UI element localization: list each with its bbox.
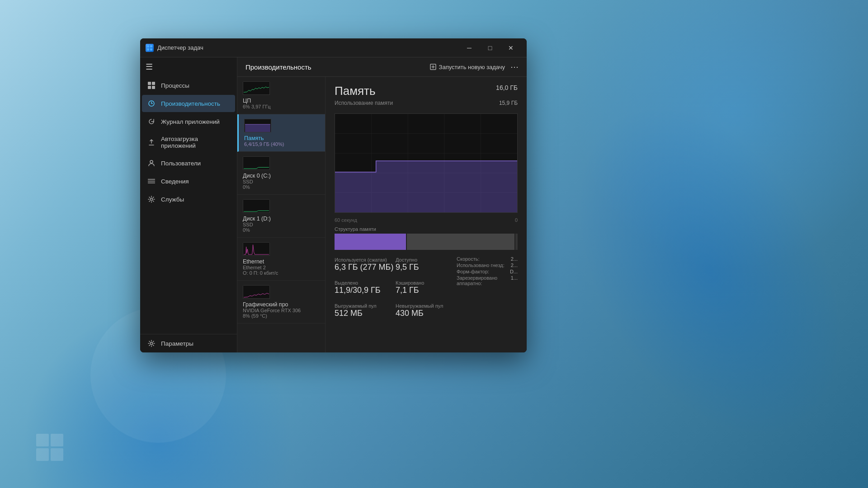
memory-structure-bar	[335, 234, 518, 250]
cached-label: Кэшировано	[396, 280, 457, 286]
disk1-thumbnail	[243, 199, 270, 214]
in-use-label: Используется (сжатая)	[335, 257, 396, 263]
svg-rect-16	[245, 124, 270, 132]
ethernet-sub: Ethernet 2	[243, 265, 320, 270]
startup-icon	[147, 138, 156, 146]
pageable-val: 512 МБ	[335, 309, 396, 318]
gpu-val: 8% (59 °C)	[243, 313, 320, 319]
available-label: Доступно	[396, 257, 457, 263]
svg-rect-1	[150, 45, 152, 47]
stat-slots: Использовано гнезд: 2...	[457, 263, 518, 268]
svg-rect-10	[148, 179, 155, 180]
ethernet-name: Ethernet	[243, 258, 320, 265]
app-history-icon	[147, 117, 156, 126]
minimize-button[interactable]: ─	[459, 41, 480, 55]
sidebar-item-services[interactable]: Службы	[142, 191, 235, 208]
disk0-thumbnail	[243, 156, 270, 171]
right-panel: Производительность Запустить новую задач…	[237, 57, 527, 352]
svg-rect-3	[150, 48, 152, 51]
sidebar-item-users[interactable]: Пользователи	[142, 155, 235, 172]
panel-header: Производительность Запустить новую задач…	[237, 57, 527, 77]
panel-title: Производительность	[245, 63, 311, 71]
sidebar-item-settings[interactable]: Параметры	[142, 335, 235, 352]
speed-label: Скорость:	[457, 256, 480, 262]
new-task-button[interactable]: Запустить новую задачу	[430, 64, 505, 70]
form-factor-val: D...	[510, 269, 518, 274]
settings-icon	[147, 339, 156, 347]
allocated-label: Выделено	[335, 280, 396, 286]
performance-icon	[147, 99, 156, 108]
pageable-label: Выгружаемый пул	[335, 303, 396, 309]
ethernet-val: О: 0 П: 0 кбит/с	[243, 270, 320, 276]
graph-labels: 60 секунд 0	[335, 217, 518, 223]
content-split: ЦП 6% 3,97 ГГц Память 6,4/15,9 ГБ (40%)	[237, 77, 527, 352]
device-item-disk0[interactable]: Диск 0 (C:) SSD 0%	[237, 152, 325, 195]
stat-allocated: Выделено 11,9/30,9 ГБ	[335, 278, 396, 297]
form-factor-label: Форм-фактор:	[457, 269, 489, 274]
svg-rect-7	[152, 86, 155, 89]
mem-seg-used	[335, 234, 406, 250]
users-label: Пользователи	[161, 160, 201, 167]
device-item-memory[interactable]: Память 6,4/15,9 ГБ (40%)	[237, 114, 325, 152]
gpu-sub: NVIDIA GeForce RTX 306	[243, 308, 320, 313]
stat-nonpageable: Невыгружаемый пул 430 МБ	[396, 301, 457, 320]
graph-time-left: 60 секунд	[335, 217, 357, 223]
main-content: ☰ Процессы	[140, 57, 527, 352]
sidebar-item-startup[interactable]: Автозагрузка приложений	[142, 131, 235, 154]
device-item-ethernet[interactable]: Ethernet Ethernet 2 О: 0 П: 0 кбит/с	[237, 238, 325, 281]
startup-label: Автозагрузка приложений	[161, 136, 230, 149]
mem-seg-avail	[407, 234, 514, 250]
disk1-sub: SSD	[243, 222, 320, 227]
hamburger-icon[interactable]: ☰	[146, 62, 153, 72]
usage-label: Использование памяти	[335, 100, 393, 106]
stat-speed: Скорость: 2...	[457, 256, 518, 262]
services-icon	[147, 195, 156, 203]
svg-rect-2	[147, 48, 149, 51]
stat-form-factor: Форм-фактор: D...	[457, 269, 518, 274]
windows-logo	[36, 434, 63, 461]
svg-point-14	[151, 343, 153, 345]
device-item-gpu[interactable]: Графический про NVIDIA GeForce RTX 306 8…	[237, 281, 325, 324]
device-item-disk1[interactable]: Диск 1 (D:) SSD 0%	[237, 195, 325, 238]
in-use-val: 6,3 ГБ (277 МБ)	[335, 263, 396, 272]
allocated-val: 11,9/30,9 ГБ	[335, 286, 396, 295]
stat-in-use: Используется (сжатая) 6,3 ГБ (277 МБ)	[335, 255, 396, 274]
maximize-button[interactable]: □	[480, 41, 500, 55]
speed-val: 2...	[511, 256, 518, 262]
device-item-cpu[interactable]: ЦП 6% 3,97 ГГц	[237, 77, 325, 114]
sidebar-item-app-history[interactable]: Журнал приложений	[142, 113, 235, 130]
memory-name: Память	[244, 135, 320, 141]
details-label: Сведения	[161, 178, 189, 185]
disk1-name: Диск 1 (D:)	[243, 216, 320, 222]
svg-point-9	[150, 160, 153, 163]
structure-label: Структура памяти	[335, 226, 518, 232]
svg-rect-12	[148, 183, 155, 183]
cached-val: 7,1 ГБ	[396, 286, 457, 295]
slots-label: Использовано гнезд:	[457, 263, 505, 268]
task-manager-window: Диспетчер задач ─ □ ✕ ☰	[140, 38, 527, 352]
details-icon	[147, 177, 156, 185]
more-button[interactable]: ⋯	[510, 62, 519, 72]
nonpageable-label: Невыгружаемый пул	[396, 303, 457, 309]
disk0-val: 0%	[243, 184, 320, 190]
disk1-val: 0%	[243, 227, 320, 233]
cpu-thumbnail	[243, 81, 270, 96]
svg-rect-4	[148, 82, 151, 85]
window-controls: ─ □ ✕	[459, 41, 521, 55]
disk0-sub: SSD	[243, 179, 320, 184]
memory-used: 15,9 ГБ	[499, 100, 518, 110]
memory-sub: 6,4/15,9 ГБ (40%)	[244, 141, 320, 147]
processes-icon	[147, 81, 156, 89]
sidebar-item-details[interactable]: Сведения	[142, 173, 235, 190]
app-history-label: Журнал приложений	[161, 118, 220, 125]
sidebar-item-processes[interactable]: Процессы	[142, 77, 235, 94]
app-icon	[146, 44, 154, 52]
graph-time-right: 0	[515, 217, 518, 223]
memory-title: Память	[335, 84, 376, 98]
svg-rect-5	[152, 82, 155, 85]
services-label: Службы	[161, 196, 184, 203]
close-button[interactable]: ✕	[500, 41, 521, 55]
memory-total: 16,0 ГБ	[496, 84, 518, 91]
hw-reserved-val: 1...	[511, 275, 518, 286]
sidebar-item-performance[interactable]: Производительность	[142, 95, 235, 112]
